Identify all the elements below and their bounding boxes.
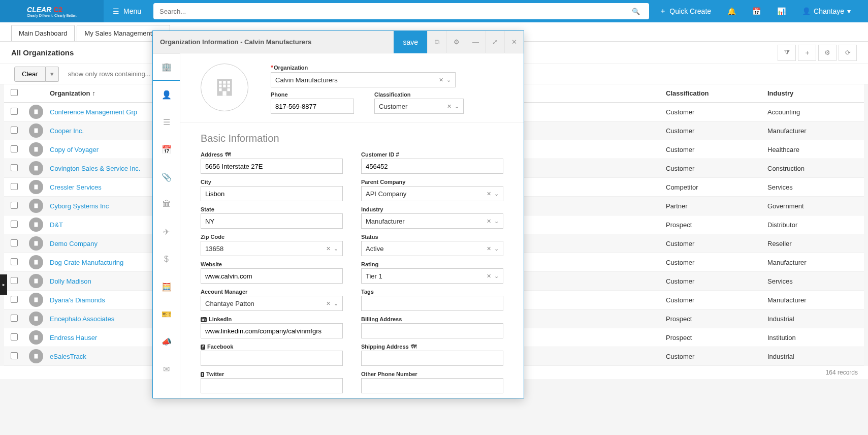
linkedin-input[interactable] [201,323,343,338]
org-link[interactable]: Dog Crate Manufacturing [50,259,123,266]
facebook-input[interactable] [201,351,343,366]
chevron-down-icon[interactable]: ⌄ [446,77,451,83]
chevron-down-icon[interactable]: ⌄ [334,300,338,307]
chevron-down-icon[interactable]: ⌄ [334,245,338,252]
clear-icon[interactable]: ✕ [326,245,331,252]
tab-main-dashboard[interactable]: Main Dashboard [11,25,75,41]
row-checkbox[interactable] [11,258,18,265]
nav-campaigns[interactable]: 📣 [153,328,180,355]
row-checkbox[interactable] [11,315,18,322]
org-link[interactable]: Encephalo Associates [50,315,114,323]
row-checkbox[interactable] [11,221,18,228]
twitter-input[interactable] [201,378,343,379]
map-icon[interactable]: 🗺 [411,344,416,350]
org-link[interactable]: Dyana's Diamonds [50,296,105,304]
shipping-address-input[interactable] [361,351,503,366]
clear-icon[interactable]: ✕ [487,245,491,252]
classification-select[interactable]: Customer ✕ ⌄ [374,99,464,114]
chevron-down-icon[interactable]: ⌄ [494,218,499,225]
tags-input[interactable] [361,296,503,311]
row-checkbox[interactable] [11,239,18,246]
address-input[interactable] [201,159,343,174]
org-link[interactable]: Cressler Services [50,183,102,191]
city-input[interactable] [201,186,343,201]
nav-sales[interactable]: $ [153,245,180,273]
row-checkbox[interactable] [11,352,18,359]
row-checkbox[interactable] [11,164,18,171]
user-menu[interactable]: 👤 Chantaye ▾ [795,7,858,15]
org-link[interactable]: Conference Management Grp [50,108,137,116]
row-checkbox[interactable] [11,127,18,134]
chevron-down-icon[interactable]: ⌄ [494,245,499,252]
clear-icon[interactable]: ✕ [447,103,452,110]
refresh-tool[interactable]: ⟳ [839,45,857,61]
nav-contacts[interactable]: 👤 [153,81,180,108]
nav-calculator[interactable]: 🧮 [153,273,180,300]
nav-list[interactable]: ☰ [153,108,180,136]
nav-related-orgs[interactable]: 🏛 [153,191,180,218]
map-icon[interactable]: 🗺 [225,151,231,158]
row-checkbox[interactable] [11,333,18,340]
minimize-button[interactable]: — [466,31,485,53]
clear-dropdown[interactable]: ▾ [46,67,59,82]
quick-create-button[interactable]: ＋ Quick Create [652,7,718,16]
clear-icon[interactable]: ✕ [487,218,491,225]
open-external-button[interactable]: ⧉ [427,31,446,53]
select-all-checkbox[interactable] [11,89,18,96]
clear-button[interactable]: Clear [14,67,46,82]
org-avatar[interactable] [201,64,248,111]
settings-tool[interactable]: ⚙ [818,45,837,61]
account-manager-select[interactable]: Chantaye Patton ✕ ⌄ [201,296,343,311]
nav-tickets[interactable]: 🎫 [153,300,180,328]
org-link[interactable]: Endress Hauser [50,334,97,341]
organization-select[interactable]: Calvin Manufacturers ✕ ⌄ [271,72,456,87]
chevron-down-icon[interactable]: ⌄ [455,103,459,110]
row-checkbox[interactable] [11,183,18,190]
clear-icon[interactable]: ✕ [439,77,443,83]
customerid-input[interactable] [361,159,503,174]
search-icon[interactable]: 🔍 [632,8,642,15]
status-select[interactable]: Active ✕ ⌄ [361,241,503,256]
analytics-button[interactable]: 📊 [770,7,793,15]
org-link[interactable]: eSalesTrack [50,353,86,360]
notifications-button[interactable]: 🔔 [720,7,743,15]
expand-button[interactable]: ⤢ [485,31,504,53]
row-checkbox[interactable] [11,108,18,115]
clear-icon[interactable]: ✕ [487,273,491,279]
org-link[interactable]: Cyborg Systems Inc [50,202,109,210]
close-button[interactable]: ✕ [504,31,524,53]
row-checkbox[interactable] [11,202,18,209]
row-checkbox[interactable] [11,296,18,303]
org-link[interactable]: D&T [50,221,63,229]
org-link[interactable]: Cooper Inc. [50,127,84,135]
other-phone-input[interactable] [361,378,503,379]
drawer-handle[interactable]: ▸ [0,274,7,295]
billing-address-input[interactable] [361,323,503,338]
calendar-button[interactable]: 📅 [745,7,768,15]
search-input[interactable] [153,3,649,19]
row-checkbox[interactable] [11,277,18,284]
state-input[interactable] [201,213,343,229]
column-classification[interactable]: Classification [661,89,762,97]
filter-tool[interactable]: ⧩ [778,45,796,61]
nav-attachments[interactable]: 📎 [153,163,180,191]
org-link[interactable]: Dolly Madison [50,277,91,285]
chevron-down-icon[interactable]: ⌄ [494,191,499,197]
nav-calendar[interactable]: 📅 [153,136,180,163]
org-link[interactable]: Copy of Voyager [50,146,99,153]
menu-button[interactable]: ☰ Menu [104,7,150,15]
row-checkbox[interactable] [11,145,18,152]
clear-icon[interactable]: ✕ [326,300,331,307]
chevron-down-icon[interactable]: ⌄ [494,273,499,279]
column-industry[interactable]: Industry [762,89,864,97]
org-link[interactable]: Demo Company [50,240,98,247]
org-link[interactable]: Covington Sales & Service Inc. [50,165,140,172]
phone-input[interactable] [271,99,354,114]
zip-select[interactable]: 13658 ✕ ⌄ [201,241,343,256]
nav-send[interactable]: ✈ [153,218,180,245]
parent-company-select[interactable]: API Company ✕ ⌄ [361,186,503,201]
clear-icon[interactable]: ✕ [487,191,491,197]
website-input[interactable] [201,268,343,284]
nav-org-info[interactable]: 🏢 [153,53,180,81]
nav-email[interactable]: ✉ [153,355,180,379]
